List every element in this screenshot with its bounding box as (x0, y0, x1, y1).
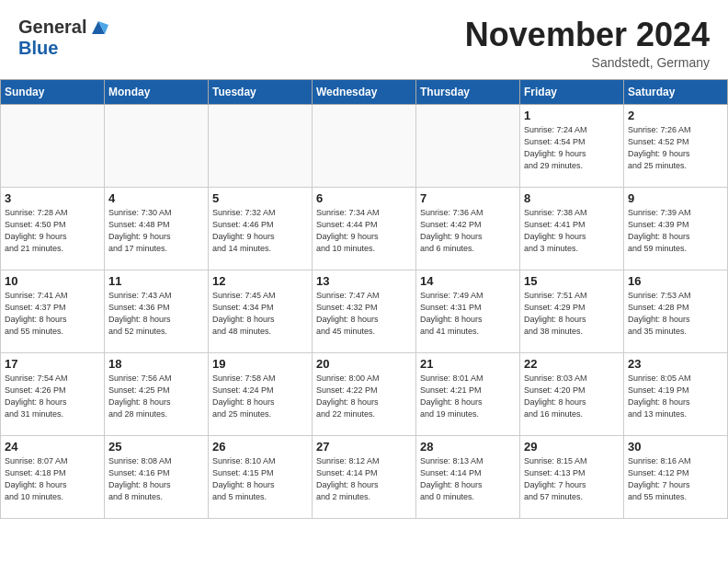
day-number: 11 (108, 274, 204, 288)
logo-icon (88, 17, 108, 38)
day-info: Sunrise: 8:08 AM Sunset: 4:16 PM Dayligh… (108, 455, 204, 503)
calendar-cell: 11Sunrise: 7:43 AM Sunset: 4:36 PM Dayli… (105, 270, 209, 352)
day-number: 3 (5, 191, 100, 205)
calendar-cell (416, 104, 520, 187)
day-info: Sunrise: 8:03 AM Sunset: 4:20 PM Dayligh… (524, 373, 620, 420)
day-info: Sunrise: 7:30 AM Sunset: 4:48 PM Dayligh… (108, 207, 204, 255)
day-info: Sunrise: 7:24 AM Sunset: 4:54 PM Dayligh… (524, 124, 620, 172)
day-number: 6 (316, 191, 412, 205)
calendar-cell: 19Sunrise: 7:58 AM Sunset: 4:24 PM Dayli… (209, 352, 313, 435)
day-number: 19 (212, 357, 308, 371)
weekday-header: Wednesday (313, 79, 416, 104)
day-number: 12 (212, 274, 308, 288)
day-number: 24 (5, 440, 100, 454)
day-info: Sunrise: 7:43 AM Sunset: 4:36 PM Dayligh… (108, 290, 204, 338)
calendar-week-row: 10Sunrise: 7:41 AM Sunset: 4:37 PM Dayli… (1, 270, 728, 352)
logo-blue-text: Blue (18, 38, 58, 59)
calendar-week-row: 1Sunrise: 7:24 AM Sunset: 4:54 PM Daylig… (1, 104, 728, 187)
calendar-cell: 9Sunrise: 7:39 AM Sunset: 4:39 PM Daylig… (624, 187, 728, 270)
weekday-header: Saturday (624, 79, 728, 104)
calendar-cell: 29Sunrise: 8:15 AM Sunset: 4:13 PM Dayli… (520, 435, 624, 518)
day-info: Sunrise: 7:56 AM Sunset: 4:25 PM Dayligh… (108, 373, 204, 420)
day-info: Sunrise: 7:34 AM Sunset: 4:44 PM Dayligh… (316, 207, 412, 255)
day-number: 16 (628, 274, 723, 288)
day-info: Sunrise: 8:05 AM Sunset: 4:19 PM Dayligh… (628, 373, 723, 420)
calendar-cell: 3Sunrise: 7:28 AM Sunset: 4:50 PM Daylig… (1, 187, 105, 270)
day-info: Sunrise: 7:32 AM Sunset: 4:46 PM Dayligh… (212, 207, 308, 255)
day-number: 23 (628, 357, 723, 371)
day-number: 18 (108, 357, 204, 371)
calendar-cell: 17Sunrise: 7:54 AM Sunset: 4:26 PM Dayli… (1, 352, 105, 435)
calendar-cell (1, 104, 105, 187)
day-number: 8 (524, 191, 620, 205)
calendar-cell: 6Sunrise: 7:34 AM Sunset: 4:44 PM Daylig… (313, 187, 416, 270)
day-info: Sunrise: 8:15 AM Sunset: 4:13 PM Dayligh… (524, 455, 620, 503)
day-info: Sunrise: 7:45 AM Sunset: 4:34 PM Dayligh… (212, 290, 308, 338)
day-number: 4 (108, 191, 204, 205)
calendar-week-row: 24Sunrise: 8:07 AM Sunset: 4:18 PM Dayli… (1, 435, 728, 518)
day-number: 15 (524, 274, 620, 288)
weekday-header: Monday (105, 79, 209, 104)
day-info: Sunrise: 7:38 AM Sunset: 4:41 PM Dayligh… (524, 207, 620, 255)
day-info: Sunrise: 7:26 AM Sunset: 4:52 PM Dayligh… (628, 124, 723, 172)
calendar-table: SundayMondayTuesdayWednesdayThursdayFrid… (0, 79, 728, 519)
calendar-cell: 21Sunrise: 8:01 AM Sunset: 4:21 PM Dayli… (416, 352, 520, 435)
calendar-cell: 27Sunrise: 8:12 AM Sunset: 4:14 PM Dayli… (313, 435, 416, 518)
day-number: 28 (420, 440, 516, 454)
day-info: Sunrise: 8:01 AM Sunset: 4:21 PM Dayligh… (420, 373, 516, 420)
calendar-cell: 16Sunrise: 7:53 AM Sunset: 4:28 PM Dayli… (624, 270, 728, 352)
day-info: Sunrise: 7:58 AM Sunset: 4:24 PM Dayligh… (212, 373, 308, 420)
location-subtitle: Sandstedt, Germany (465, 55, 710, 70)
calendar-cell (209, 104, 313, 187)
calendar-cell: 13Sunrise: 7:47 AM Sunset: 4:32 PM Dayli… (313, 270, 416, 352)
day-number: 27 (316, 440, 412, 454)
calendar-week-row: 17Sunrise: 7:54 AM Sunset: 4:26 PM Dayli… (1, 352, 728, 435)
weekday-header: Thursday (416, 79, 520, 104)
day-info: Sunrise: 7:47 AM Sunset: 4:32 PM Dayligh… (316, 290, 412, 338)
day-info: Sunrise: 7:28 AM Sunset: 4:50 PM Dayligh… (5, 207, 100, 255)
calendar-cell: 25Sunrise: 8:08 AM Sunset: 4:16 PM Dayli… (105, 435, 209, 518)
calendar-cell (105, 104, 209, 187)
day-info: Sunrise: 7:39 AM Sunset: 4:39 PM Dayligh… (628, 207, 723, 255)
day-info: Sunrise: 8:10 AM Sunset: 4:15 PM Dayligh… (212, 455, 308, 503)
logo: General Blue (18, 17, 108, 59)
calendar-header-row: SundayMondayTuesdayWednesdayThursdayFrid… (1, 79, 728, 104)
day-info: Sunrise: 7:41 AM Sunset: 4:37 PM Dayligh… (5, 290, 100, 338)
day-info: Sunrise: 8:12 AM Sunset: 4:14 PM Dayligh… (316, 455, 412, 503)
day-info: Sunrise: 7:51 AM Sunset: 4:29 PM Dayligh… (524, 290, 620, 338)
day-number: 14 (420, 274, 516, 288)
weekday-header: Friday (520, 79, 624, 104)
day-number: 30 (628, 440, 723, 454)
day-number: 25 (108, 440, 204, 454)
page-header: General Blue November 2024 Sandstedt, Ge… (0, 0, 728, 79)
day-number: 22 (524, 357, 620, 371)
calendar-cell: 15Sunrise: 7:51 AM Sunset: 4:29 PM Dayli… (520, 270, 624, 352)
calendar-cell: 5Sunrise: 7:32 AM Sunset: 4:46 PM Daylig… (209, 187, 313, 270)
weekday-header: Tuesday (209, 79, 313, 104)
calendar-cell: 4Sunrise: 7:30 AM Sunset: 4:48 PM Daylig… (105, 187, 209, 270)
day-number: 20 (316, 357, 412, 371)
calendar-cell: 8Sunrise: 7:38 AM Sunset: 4:41 PM Daylig… (520, 187, 624, 270)
day-info: Sunrise: 7:49 AM Sunset: 4:31 PM Dayligh… (420, 290, 516, 338)
logo-general-text: General (18, 17, 86, 38)
day-info: Sunrise: 7:36 AM Sunset: 4:42 PM Dayligh… (420, 207, 516, 255)
calendar-cell: 30Sunrise: 8:16 AM Sunset: 4:12 PM Dayli… (624, 435, 728, 518)
day-info: Sunrise: 7:53 AM Sunset: 4:28 PM Dayligh… (628, 290, 723, 338)
calendar-cell: 14Sunrise: 7:49 AM Sunset: 4:31 PM Dayli… (416, 270, 520, 352)
calendar-cell: 24Sunrise: 8:07 AM Sunset: 4:18 PM Dayli… (1, 435, 105, 518)
calendar-cell: 20Sunrise: 8:00 AM Sunset: 4:22 PM Dayli… (313, 352, 416, 435)
day-number: 29 (524, 440, 620, 454)
month-title: November 2024 (465, 17, 710, 53)
day-number: 10 (5, 274, 100, 288)
day-info: Sunrise: 8:16 AM Sunset: 4:12 PM Dayligh… (628, 455, 723, 503)
day-info: Sunrise: 8:07 AM Sunset: 4:18 PM Dayligh… (5, 455, 100, 503)
calendar-cell: 7Sunrise: 7:36 AM Sunset: 4:42 PM Daylig… (416, 187, 520, 270)
calendar-cell: 2Sunrise: 7:26 AM Sunset: 4:52 PM Daylig… (624, 104, 728, 187)
day-number: 26 (212, 440, 308, 454)
calendar-cell: 22Sunrise: 8:03 AM Sunset: 4:20 PM Dayli… (520, 352, 624, 435)
calendar-cell (313, 104, 416, 187)
day-number: 5 (212, 191, 308, 205)
day-number: 21 (420, 357, 516, 371)
day-number: 17 (5, 357, 100, 371)
calendar-cell: 10Sunrise: 7:41 AM Sunset: 4:37 PM Dayli… (1, 270, 105, 352)
